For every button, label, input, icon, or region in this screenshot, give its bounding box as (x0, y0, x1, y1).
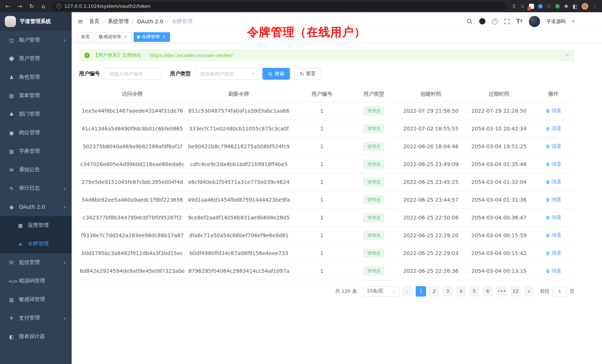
menu-item-icon: ☻ (8, 56, 15, 62)
fullscreen-icon[interactable] (504, 19, 510, 24)
user-type-select[interactable] (196, 68, 258, 80)
user-type-badge: 管理员 (363, 106, 384, 115)
sidebar-item[interactable]: ◫ 租户管理 ∨ (0, 31, 72, 49)
tab[interactable]: 敏感词管理 × (95, 32, 131, 42)
goto-page-input[interactable] (552, 286, 567, 297)
address-bar[interactable]: i 127.0.0.1:1024/system/oauth2/token (52, 2, 507, 11)
force-logout-button[interactable]: 强退 (546, 143, 561, 150)
puzzle-extensions-icon[interactable]: ❖ (564, 3, 569, 9)
user-id-cell: 1 (292, 191, 351, 209)
extension-dark-icon[interactable] (547, 4, 551, 9)
sidebar-item[interactable]: ▣ 岗位管理 (0, 123, 72, 142)
forward-icon[interactable]: → (16, 3, 23, 10)
reset-button[interactable]: ↻ 重置 (294, 68, 321, 80)
username[interactable]: 芋道源码 (546, 18, 566, 25)
created-time-cell: 2022-06-25 23:45:25 (396, 173, 465, 191)
collapse-sidebar-icon[interactable]: ≡ (78, 17, 83, 25)
sidebar-item[interactable]: ▤ 菜单管理 (0, 86, 72, 105)
breadcrumb-item[interactable]: OAuth 2.0 (137, 19, 169, 24)
menu-item-label: 审计日志 (19, 185, 40, 192)
doc-link[interactable]: https://doc.iocoder.cn/user-center/ (150, 53, 232, 58)
force-logout-button[interactable]: 强退 (546, 214, 561, 221)
sidebar-item[interactable]: ✎ 审计日志 ∨ (0, 179, 72, 198)
sidebar-item[interactable]: ▥ 敏感词管理 (0, 290, 72, 309)
overflow-menu-icon[interactable]: ⋮ (592, 3, 598, 9)
page-button[interactable]: 5 (469, 286, 480, 297)
font-size-icon[interactable]: TT (516, 18, 523, 25)
page-size-select[interactable]: 10条/页 ∨ (363, 286, 399, 297)
sidebar-item[interactable]: ◉ OAuth 2.0 ∧ (0, 198, 72, 216)
sidebar-item[interactable]: ☻ 用户管理 (0, 49, 72, 68)
page-button[interactable]: 4 (456, 286, 466, 297)
bookmark-star-icon[interactable]: ☆ (520, 3, 525, 9)
sidebar-item[interactable]: ¥ 支付管理 ∨ (0, 309, 72, 327)
force-logout-button[interactable]: 强退 (546, 268, 561, 274)
menu-item-icon: ▤ (8, 93, 15, 99)
active-dot (137, 36, 140, 39)
sidebar-item[interactable]: ♟ 角色管理 (0, 68, 72, 86)
force-logout-button[interactable]: 强退 (546, 125, 561, 132)
force-logout-button[interactable]: 强退 (546, 250, 561, 257)
user-id-input[interactable] (105, 68, 160, 80)
sidebar-item[interactable]: ✉ 通知公告 (0, 161, 72, 179)
tab[interactable]: 首页 (78, 32, 93, 42)
app-logo[interactable]: 芋道管理系统 (0, 12, 72, 31)
sidebar-item[interactable]: ◧ 报表设计器 (0, 327, 72, 346)
user-type-badge: 管理员 (363, 178, 384, 186)
close-icon[interactable]: × (161, 34, 167, 40)
split-view-icon[interactable]: ◧ (573, 3, 578, 9)
created-time-cell: 2022-06-25 23:44:57 (396, 191, 465, 209)
prev-page-button[interactable]: ‹ (402, 286, 413, 297)
force-logout-button[interactable]: 强退 (546, 179, 561, 185)
extension-green-icon[interactable] (555, 4, 560, 9)
force-logout-button[interactable]: 强退 (546, 107, 561, 114)
user-type-cell: 管理员 (351, 244, 396, 262)
breadcrumb-item[interactable]: 首页 (89, 18, 105, 25)
table-row: 1ea5e44f8bc1467aaede43144f31de76 811c530… (79, 102, 575, 120)
breadcrumb-item[interactable]: 令牌管理 (172, 18, 196, 25)
page-button[interactable]: 3 (442, 286, 453, 297)
expired-time-cell: 2054-03-04 00:13:15 (465, 262, 532, 280)
sidebar-item[interactable]: ◈ 令牌管理 (0, 235, 72, 253)
back-icon[interactable]: ← (4, 3, 11, 10)
force-logout-button[interactable]: 强退 (546, 196, 561, 203)
page-button[interactable]: 2 (429, 286, 439, 297)
home-icon[interactable]: ⌂ (40, 3, 47, 10)
delete-icon (546, 126, 550, 131)
sidebar-item[interactable]: </> 错误码管理 (0, 272, 72, 290)
github-icon[interactable] (479, 18, 485, 24)
extension-badged-icon[interactable] (529, 4, 534, 9)
browser-profile-avatar[interactable]: ☺ (582, 3, 588, 10)
alert-close-icon[interactable]: × (565, 52, 570, 59)
extension-blue-icon[interactable] (538, 4, 543, 9)
user-type-badge: 管理员 (363, 249, 384, 258)
sidebar-item[interactable]: ☏ 短信管理 ∨ (0, 253, 72, 272)
share-icon[interactable]: ⇧ (512, 3, 516, 9)
user-avatar[interactable] (529, 16, 540, 27)
sidebar-item[interactable]: ▧ 字典管理 (0, 142, 72, 161)
force-logout-button[interactable]: 强退 (546, 232, 561, 239)
refresh-icon[interactable]: ↻ (28, 3, 35, 10)
page-button[interactable]: ••• (496, 286, 507, 297)
menu-item-label: 部门管理 (19, 111, 40, 118)
user-caret-down-icon[interactable]: ▼ (572, 20, 575, 23)
access-token-cell: 41c41346a548490f9dc8b01c6bfe0865 (79, 120, 186, 138)
menu-item-icon: ◧ (8, 334, 15, 340)
close-icon[interactable]: × (123, 34, 128, 40)
search-button[interactable]: 搜索 (262, 68, 290, 80)
help-icon[interactable]: ? (492, 19, 498, 24)
sidebar-item[interactable]: ▦ 应用管理 (0, 216, 72, 235)
page-button[interactable]: 6 (482, 286, 493, 297)
sidebar-item[interactable]: ♣ 部门管理 (0, 105, 72, 123)
next-page-button[interactable]: › (524, 286, 534, 297)
browser-actions: ⇧ ☆ ❖ ◧ ☺ ⋮ (512, 3, 598, 10)
search-icon[interactable] (467, 18, 473, 24)
breadcrumb-item[interactable]: 系统管理 (108, 18, 134, 25)
site-info-icon[interactable]: i (56, 4, 61, 9)
page-button[interactable]: 12 (510, 286, 521, 297)
force-logout-button[interactable]: 强退 (546, 161, 561, 168)
force-logout-label: 强退 (552, 250, 561, 257)
page-button[interactable]: 1 (416, 286, 426, 297)
action-cell: 强退 (532, 262, 575, 280)
tab[interactable]: 令牌管理 × (134, 32, 170, 42)
